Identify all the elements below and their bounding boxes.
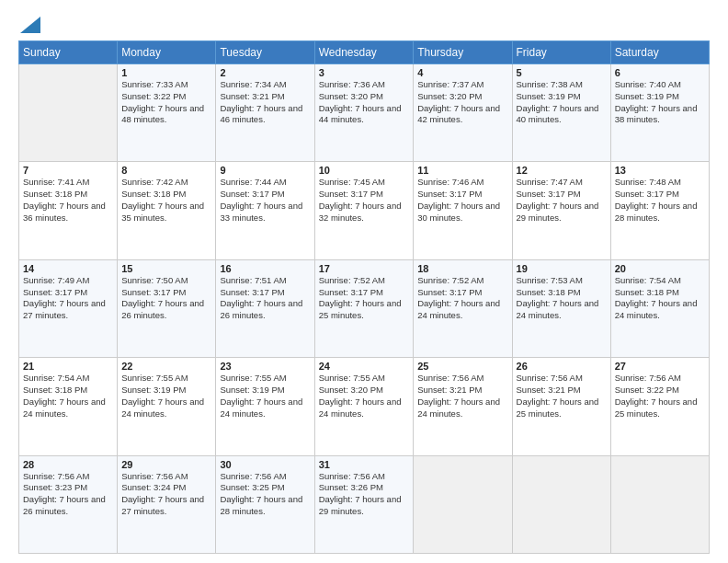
calendar-cell: 21Sunrise: 7:54 AM Sunset: 3:18 PM Dayli… (19, 358, 118, 455)
calendar-cell: 13Sunrise: 7:48 AM Sunset: 3:17 PM Dayli… (610, 162, 709, 259)
day-info: Sunrise: 7:36 AM Sunset: 3:20 PM Dayligh… (319, 79, 410, 126)
day-number: 20 (615, 263, 705, 274)
calendar-cell: 11Sunrise: 7:46 AM Sunset: 3:17 PM Dayli… (414, 162, 512, 259)
svg-marker-0 (20, 17, 40, 33)
calendar-cell: 24Sunrise: 7:55 AM Sunset: 3:20 PM Dayli… (314, 358, 414, 455)
day-info: Sunrise: 7:56 AM Sunset: 3:26 PM Dayligh… (319, 471, 410, 518)
calendar-cell: 15Sunrise: 7:50 AM Sunset: 3:17 PM Dayli… (118, 259, 216, 357)
day-info: Sunrise: 7:54 AM Sunset: 3:18 PM Dayligh… (615, 275, 705, 322)
day-number: 9 (220, 165, 310, 176)
day-info: Sunrise: 7:56 AM Sunset: 3:24 PM Dayligh… (121, 471, 211, 518)
calendar-cell (414, 455, 512, 553)
day-info: Sunrise: 7:33 AM Sunset: 3:22 PM Dayligh… (121, 79, 211, 126)
week-row-2: 14Sunrise: 7:49 AM Sunset: 3:17 PM Dayli… (19, 259, 710, 357)
calendar-cell: 27Sunrise: 7:56 AM Sunset: 3:22 PM Dayli… (610, 358, 709, 455)
calendar-cell: 3Sunrise: 7:36 AM Sunset: 3:20 PM Daylig… (314, 64, 414, 162)
calendar-cell: 8Sunrise: 7:42 AM Sunset: 3:18 PM Daylig… (118, 162, 216, 259)
day-number: 16 (220, 263, 310, 274)
day-info: Sunrise: 7:41 AM Sunset: 3:18 PM Dayligh… (23, 177, 113, 224)
day-number: 4 (417, 67, 507, 78)
day-number: 27 (615, 361, 705, 372)
day-info: Sunrise: 7:56 AM Sunset: 3:21 PM Dayligh… (517, 373, 607, 419)
day-number: 21 (23, 361, 113, 372)
day-info: Sunrise: 7:55 AM Sunset: 3:20 PM Dayligh… (319, 373, 410, 419)
calendar-cell: 26Sunrise: 7:56 AM Sunset: 3:21 PM Dayli… (512, 358, 610, 455)
calendar-cell: 10Sunrise: 7:45 AM Sunset: 3:17 PM Dayli… (314, 162, 414, 259)
weekday-header-saturday: Saturday (610, 41, 709, 64)
weekday-header-sunday: Sunday (19, 41, 118, 64)
week-row-3: 21Sunrise: 7:54 AM Sunset: 3:18 PM Dayli… (19, 358, 710, 455)
week-row-4: 28Sunrise: 7:56 AM Sunset: 3:23 PM Dayli… (19, 455, 710, 553)
day-info: Sunrise: 7:52 AM Sunset: 3:17 PM Dayligh… (319, 275, 410, 322)
day-number: 30 (220, 459, 310, 470)
day-info: Sunrise: 7:47 AM Sunset: 3:17 PM Dayligh… (517, 177, 607, 224)
day-number: 15 (121, 263, 211, 274)
day-number: 23 (220, 361, 310, 372)
calendar-cell: 22Sunrise: 7:55 AM Sunset: 3:19 PM Dayli… (118, 358, 216, 455)
day-number: 11 (417, 165, 507, 176)
weekday-header-monday: Monday (118, 41, 216, 64)
day-info: Sunrise: 7:54 AM Sunset: 3:18 PM Dayligh… (23, 373, 113, 419)
calendar-cell: 6Sunrise: 7:40 AM Sunset: 3:19 PM Daylig… (610, 64, 709, 162)
page: SundayMondayTuesdayWednesdayThursdayFrid… (0, 0, 728, 563)
week-row-0: 1Sunrise: 7:33 AM Sunset: 3:22 PM Daylig… (19, 64, 710, 162)
calendar-cell: 17Sunrise: 7:52 AM Sunset: 3:17 PM Dayli… (314, 259, 414, 357)
weekday-header-tuesday: Tuesday (216, 41, 314, 64)
calendar-cell: 16Sunrise: 7:51 AM Sunset: 3:17 PM Dayli… (216, 259, 314, 357)
logo (18, 17, 40, 33)
day-info: Sunrise: 7:45 AM Sunset: 3:17 PM Dayligh… (319, 177, 410, 224)
day-number: 8 (121, 165, 211, 176)
day-number: 12 (517, 165, 607, 176)
day-info: Sunrise: 7:38 AM Sunset: 3:19 PM Dayligh… (517, 79, 607, 126)
day-number: 28 (23, 459, 113, 470)
day-info: Sunrise: 7:34 AM Sunset: 3:21 PM Dayligh… (220, 79, 310, 126)
calendar-cell: 29Sunrise: 7:56 AM Sunset: 3:24 PM Dayli… (118, 455, 216, 553)
calendar-cell: 2Sunrise: 7:34 AM Sunset: 3:21 PM Daylig… (216, 64, 314, 162)
calendar-cell: 5Sunrise: 7:38 AM Sunset: 3:19 PM Daylig… (512, 64, 610, 162)
day-info: Sunrise: 7:56 AM Sunset: 3:21 PM Dayligh… (417, 373, 507, 419)
calendar-cell: 30Sunrise: 7:56 AM Sunset: 3:25 PM Dayli… (216, 455, 314, 553)
calendar-cell: 9Sunrise: 7:44 AM Sunset: 3:17 PM Daylig… (216, 162, 314, 259)
day-info: Sunrise: 7:51 AM Sunset: 3:17 PM Dayligh… (220, 275, 310, 322)
day-number: 14 (23, 263, 113, 274)
day-number: 25 (417, 361, 507, 372)
calendar-cell: 18Sunrise: 7:52 AM Sunset: 3:17 PM Dayli… (414, 259, 512, 357)
calendar-cell: 14Sunrise: 7:49 AM Sunset: 3:17 PM Dayli… (19, 259, 118, 357)
day-info: Sunrise: 7:42 AM Sunset: 3:18 PM Dayligh… (121, 177, 211, 224)
calendar-cell (512, 455, 610, 553)
weekday-header-wednesday: Wednesday (314, 41, 414, 64)
logo-icon (20, 17, 40, 33)
calendar-cell (19, 64, 118, 162)
calendar-cell: 28Sunrise: 7:56 AM Sunset: 3:23 PM Dayli… (19, 455, 118, 553)
day-number: 24 (319, 361, 410, 372)
day-number: 2 (220, 67, 310, 78)
week-row-1: 7Sunrise: 7:41 AM Sunset: 3:18 PM Daylig… (19, 162, 710, 259)
day-info: Sunrise: 7:48 AM Sunset: 3:17 PM Dayligh… (615, 177, 705, 224)
day-number: 31 (319, 459, 410, 470)
day-number: 29 (121, 459, 211, 470)
day-info: Sunrise: 7:56 AM Sunset: 3:25 PM Dayligh… (220, 471, 310, 518)
header (18, 17, 710, 33)
calendar-cell: 31Sunrise: 7:56 AM Sunset: 3:26 PM Dayli… (314, 455, 414, 553)
day-info: Sunrise: 7:50 AM Sunset: 3:17 PM Dayligh… (121, 275, 211, 322)
day-number: 26 (517, 361, 607, 372)
day-number: 3 (319, 67, 410, 78)
calendar-table: SundayMondayTuesdayWednesdayThursdayFrid… (18, 40, 710, 554)
day-number: 1 (121, 67, 211, 78)
calendar-cell: 4Sunrise: 7:37 AM Sunset: 3:20 PM Daylig… (414, 64, 512, 162)
day-info: Sunrise: 7:53 AM Sunset: 3:18 PM Dayligh… (517, 275, 607, 322)
day-info: Sunrise: 7:37 AM Sunset: 3:20 PM Dayligh… (417, 79, 507, 126)
day-info: Sunrise: 7:56 AM Sunset: 3:22 PM Dayligh… (615, 373, 705, 419)
day-number: 7 (23, 165, 113, 176)
day-info: Sunrise: 7:49 AM Sunset: 3:17 PM Dayligh… (23, 275, 113, 322)
day-info: Sunrise: 7:52 AM Sunset: 3:17 PM Dayligh… (417, 275, 507, 322)
day-number: 17 (319, 263, 410, 274)
calendar-header-row: SundayMondayTuesdayWednesdayThursdayFrid… (19, 41, 710, 64)
calendar-cell: 25Sunrise: 7:56 AM Sunset: 3:21 PM Dayli… (414, 358, 512, 455)
calendar-cell (610, 455, 709, 553)
day-info: Sunrise: 7:55 AM Sunset: 3:19 PM Dayligh… (220, 373, 310, 419)
calendar-cell: 23Sunrise: 7:55 AM Sunset: 3:19 PM Dayli… (216, 358, 314, 455)
calendar-cell: 19Sunrise: 7:53 AM Sunset: 3:18 PM Dayli… (512, 259, 610, 357)
day-number: 10 (319, 165, 410, 176)
day-info: Sunrise: 7:55 AM Sunset: 3:19 PM Dayligh… (121, 373, 211, 419)
